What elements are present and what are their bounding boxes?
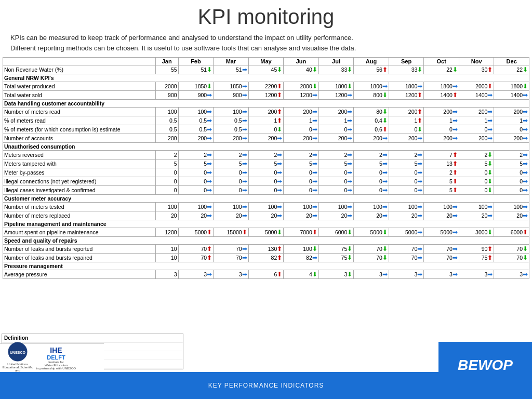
cell-value: 100➡ — [494, 203, 529, 211]
cell-value: 0.5 — [155, 116, 178, 125]
row-label: Meters tampered with — [3, 159, 156, 168]
footer-logos: UNESCO United NationsEducational, Scient… — [0, 343, 104, 372]
cell-value: 2➡ — [178, 151, 214, 159]
cell-value: 20➡ — [494, 211, 529, 220]
cell-value: 0.5➡ — [178, 116, 214, 125]
cell-value: 20➡ — [354, 211, 389, 220]
cell-value: 100➡ — [284, 203, 319, 211]
cell-value: 3 — [155, 270, 178, 279]
cell-value: 900➡ — [178, 91, 214, 100]
cell-value: 5➡ — [214, 159, 249, 168]
cell-value: 20➡ — [178, 211, 214, 220]
cell-value: 5➡ — [178, 159, 214, 168]
cell-value: 2⬆ — [424, 168, 459, 177]
cell-value: 5000⬇ — [248, 228, 284, 237]
cell-value: 200➡ — [389, 134, 424, 143]
cell-value: 3➡ — [354, 270, 389, 279]
cell-value: 2000⬇ — [284, 82, 319, 91]
page-title: KPI monitoring — [0, 0, 532, 33]
cell-value: 5➡ — [494, 159, 529, 168]
col-header-feb: Feb — [178, 58, 214, 65]
cell-value: 200➡ — [214, 134, 249, 143]
cell-value: 0➡ — [389, 168, 424, 177]
bewop-title: BEWOP — [458, 357, 513, 374]
table-row: % of meters (for which consumption is) e… — [3, 125, 529, 134]
cell-value: 0➡ — [494, 168, 529, 177]
table-row: Illegal cases investigated & confirmed00… — [3, 186, 529, 195]
cell-value: 5000⬆ — [178, 228, 214, 237]
cell-value: 80⬇ — [354, 108, 389, 116]
cell-value: 5⬇ — [459, 159, 494, 168]
cell-value: 200 — [155, 134, 178, 143]
cell-value: 1200⬆ — [248, 91, 284, 100]
cell-value: 200➡ — [424, 134, 459, 143]
cell-value: 7⬆ — [424, 151, 459, 159]
table-row: Meter by-passes00➡0➡0➡0➡0➡0➡0➡2⬆0⬇0➡ — [3, 168, 529, 177]
cell-value: 70➡ — [424, 245, 459, 254]
cell-value: 900 — [155, 91, 178, 100]
cell-value: 200⬆ — [389, 108, 424, 116]
cell-value: 2➡ — [318, 151, 354, 159]
cell-value: 200➡ — [459, 134, 494, 143]
cell-value: 200➡ — [459, 108, 494, 116]
cell-value: 70⬇ — [354, 254, 389, 262]
cell-value: 1➡ — [459, 116, 494, 125]
cell-value: 0.5 — [155, 125, 178, 134]
table-row: Meters reversed22➡2➡2➡2➡2➡2➡2➡7⬆2⬇2➡ — [3, 151, 529, 159]
table-row: Number of meters replaced2020➡20➡20➡20➡2… — [3, 211, 529, 220]
cell-value: 1400⬆ — [424, 91, 459, 100]
cell-value: 100➡ — [214, 203, 249, 211]
cell-value: 5000➡ — [424, 228, 459, 237]
cell-value: 200➡ — [354, 134, 389, 143]
cell-value: 0➡ — [494, 125, 529, 134]
unesco-logo: UNESCO United NationsEducational, Scient… — [2, 341, 33, 375]
cell-value: 0➡ — [248, 186, 284, 195]
footer-bar: KEY PERFORMANCE INDICATORS — [0, 372, 532, 399]
row-label: Meters reversed — [3, 151, 156, 159]
cell-value: 70➡ — [214, 245, 249, 254]
cell-value: 200⬆ — [248, 108, 284, 116]
cell-value: 15000⬆ — [214, 228, 249, 237]
section-header: Pipeline management and maintenance — [3, 220, 529, 228]
col-header-label — [3, 58, 156, 65]
cell-value: 5 — [155, 159, 178, 168]
row-label: Illegal connections (not yet registered) — [3, 177, 156, 186]
table-row: Pipeline management and maintenance — [3, 220, 529, 228]
cell-value: 70➡ — [214, 254, 249, 262]
cell-value: 1800➡ — [424, 82, 459, 91]
cell-value: 70⬆ — [178, 245, 214, 254]
col-header-jul: Jul — [318, 58, 354, 65]
cell-value: 3➡ — [494, 270, 529, 279]
table-row: Data handling customer accountability — [3, 100, 529, 108]
section-header: General NRW KPI's — [3, 74, 529, 82]
section-header: Speed and quality of repairs — [3, 237, 529, 245]
cell-value: 1➡ — [318, 116, 354, 125]
cell-value: 7000⬆ — [284, 228, 319, 237]
col-header-sep: Sep — [389, 58, 424, 65]
cell-value: 1850⬇ — [178, 82, 214, 91]
cell-value: 800⬇ — [354, 91, 389, 100]
cell-value: 10 — [155, 245, 178, 254]
cell-value: 20➡ — [424, 211, 459, 220]
kpi-table-container: Jan Feb Mar May Jun Jul Aug Sep Oct Nov … — [3, 57, 529, 279]
cell-value: 0➡ — [354, 186, 389, 195]
cell-value: 100 — [155, 203, 178, 211]
cell-value: 0.5➡ — [214, 125, 249, 134]
cell-value: 5⬆ — [424, 186, 459, 195]
cell-value: 3➡ — [178, 270, 214, 279]
cell-value: 2200⬆ — [248, 82, 284, 91]
cell-value: 5➡ — [354, 159, 389, 168]
col-header-nov: Nov — [459, 58, 494, 65]
cell-value: 22⬇ — [494, 65, 529, 74]
table-row: Number of meters read100100➡100➡200⬆200➡… — [3, 108, 529, 116]
cell-value: 1⬆ — [389, 116, 424, 125]
cell-value: 0➡ — [284, 125, 319, 134]
cell-value: 3➡ — [214, 270, 249, 279]
cell-value: 1➡ — [494, 116, 529, 125]
cell-value: 0➡ — [178, 186, 214, 195]
cell-value: 0➡ — [424, 125, 459, 134]
cell-value: 5⬆ — [424, 177, 459, 186]
cell-value: 82⬆ — [248, 254, 284, 262]
ihe-logo: IHE DELFT Institute forWater Educationin… — [35, 346, 77, 370]
cell-value: 0.6⬆ — [354, 125, 389, 134]
